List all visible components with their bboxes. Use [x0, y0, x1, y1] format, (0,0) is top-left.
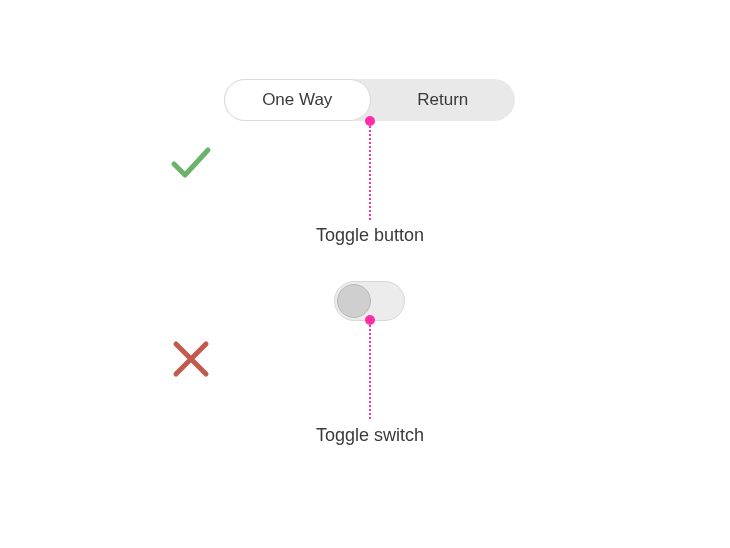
toggle-option-label: One Way — [262, 90, 332, 110]
caption-toggle-switch: Toggle switch — [270, 425, 470, 446]
trip-type-toggle[interactable]: One Way Return — [224, 79, 515, 121]
cross-icon — [168, 336, 214, 382]
check-icon — [168, 140, 214, 186]
toggle-option-return[interactable]: Return — [371, 79, 516, 121]
annotation-dot — [365, 116, 375, 126]
annotation-leader — [369, 320, 371, 419]
switch-thumb — [337, 284, 371, 318]
toggle-option-label: Return — [417, 90, 468, 110]
annotation-dot — [365, 315, 375, 325]
annotation-leader — [369, 121, 371, 220]
toggle-option-one-way[interactable]: One Way — [224, 79, 371, 121]
caption-toggle-button: Toggle button — [270, 225, 470, 246]
